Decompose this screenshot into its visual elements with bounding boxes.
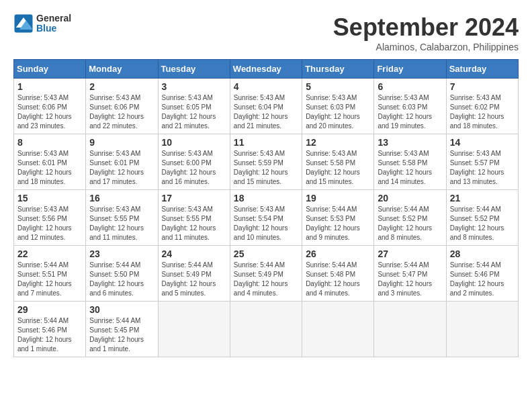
day-info: Sunrise: 5:44 AMSunset: 5:52 PMDaylight:…: [378, 205, 442, 242]
calendar-table: SundayMondayTuesdayWednesdayThursdayFrid…: [13, 59, 519, 357]
day-info: Sunrise: 5:44 AMSunset: 5:49 PMDaylight:…: [162, 261, 226, 298]
calendar-cell: 11Sunrise: 5:43 AMSunset: 5:59 PMDayligh…: [230, 134, 302, 190]
day-number: 17: [162, 193, 226, 203]
calendar-cell: 30Sunrise: 5:44 AMSunset: 5:45 PMDayligh…: [86, 302, 158, 357]
day-number: 12: [306, 137, 370, 148]
day-info: Sunrise: 5:43 AMSunset: 5:55 PMDaylight:…: [89, 205, 154, 242]
day-number: 7: [450, 81, 515, 92]
day-number: 13: [378, 137, 442, 148]
day-number: 24: [162, 248, 226, 259]
day-number: 1: [17, 81, 82, 92]
calendar-cell: 10Sunrise: 5:43 AMSunset: 6:00 PMDayligh…: [158, 134, 230, 190]
day-info: Sunrise: 5:44 AMSunset: 5:53 PMDaylight:…: [306, 205, 370, 242]
logo-general: General: [36, 13, 71, 24]
weekday-header: Monday: [86, 60, 158, 79]
day-info: Sunrise: 5:43 AMSunset: 6:05 PMDaylight:…: [162, 93, 226, 131]
day-info: Sunrise: 5:43 AMSunset: 5:57 PMDaylight:…: [450, 149, 515, 187]
page-header: General Blue September 2024 Alaminos, Ca…: [13, 13, 519, 52]
day-number: 28: [450, 248, 515, 259]
day-number: 25: [234, 248, 298, 259]
day-number: 5: [306, 81, 370, 92]
calendar-cell: 2Sunrise: 5:43 AMSunset: 6:06 PMDaylight…: [86, 79, 158, 134]
day-info: Sunrise: 5:44 AMSunset: 5:51 PMDaylight:…: [17, 261, 82, 298]
calendar-cell: 5Sunrise: 5:43 AMSunset: 6:03 PMDaylight…: [302, 79, 374, 134]
calendar-cell: 15Sunrise: 5:43 AMSunset: 5:56 PMDayligh…: [14, 190, 86, 246]
calendar-week-row: 29Sunrise: 5:44 AMSunset: 5:46 PMDayligh…: [14, 302, 519, 357]
day-info: Sunrise: 5:43 AMSunset: 5:59 PMDaylight:…: [234, 149, 298, 187]
calendar-cell: 14Sunrise: 5:43 AMSunset: 5:57 PMDayligh…: [446, 134, 518, 190]
calendar-cell: 1Sunrise: 5:43 AMSunset: 6:06 PMDaylight…: [14, 79, 86, 134]
day-info: Sunrise: 5:43 AMSunset: 6:00 PMDaylight:…: [162, 149, 226, 187]
day-number: 22: [17, 248, 82, 259]
day-info: Sunrise: 5:43 AMSunset: 6:02 PMDaylight:…: [450, 93, 515, 131]
calendar-cell: 12Sunrise: 5:43 AMSunset: 5:58 PMDayligh…: [302, 134, 374, 190]
day-number: 19: [306, 193, 370, 203]
calendar-cell: 6Sunrise: 5:43 AMSunset: 6:03 PMDaylight…: [374, 79, 446, 134]
day-info: Sunrise: 5:43 AMSunset: 5:54 PMDaylight:…: [234, 205, 298, 242]
day-info: Sunrise: 5:44 AMSunset: 5:46 PMDaylight:…: [450, 261, 515, 298]
logo-blue: Blue: [36, 24, 71, 34]
calendar-cell: 23Sunrise: 5:44 AMSunset: 5:50 PMDayligh…: [86, 246, 158, 302]
day-info: Sunrise: 5:43 AMSunset: 5:58 PMDaylight:…: [378, 149, 442, 187]
day-info: Sunrise: 5:43 AMSunset: 6:04 PMDaylight:…: [234, 93, 298, 131]
day-number: 18: [234, 193, 298, 203]
day-number: 23: [89, 248, 154, 259]
weekday-header-row: SundayMondayTuesdayWednesdayThursdayFrid…: [14, 60, 519, 79]
calendar-cell: 3Sunrise: 5:43 AMSunset: 6:05 PMDaylight…: [158, 79, 230, 134]
day-info: Sunrise: 5:44 AMSunset: 5:50 PMDaylight:…: [89, 261, 154, 298]
logo-text: General Blue: [36, 13, 71, 34]
calendar-cell: 4Sunrise: 5:43 AMSunset: 6:04 PMDaylight…: [230, 79, 302, 134]
day-number: 8: [17, 137, 82, 148]
calendar-cell: 9Sunrise: 5:43 AMSunset: 6:01 PMDaylight…: [86, 134, 158, 190]
weekday-header: Thursday: [302, 60, 374, 79]
calendar-cell: 19Sunrise: 5:44 AMSunset: 5:53 PMDayligh…: [302, 190, 374, 246]
weekday-header: Saturday: [446, 60, 518, 79]
calendar-cell: [374, 302, 446, 357]
day-info: Sunrise: 5:43 AMSunset: 5:55 PMDaylight:…: [162, 205, 226, 242]
day-info: Sunrise: 5:43 AMSunset: 6:06 PMDaylight:…: [17, 93, 82, 131]
calendar-cell: 17Sunrise: 5:43 AMSunset: 5:55 PMDayligh…: [158, 190, 230, 246]
weekday-header: Sunday: [14, 60, 86, 79]
calendar-cell: [230, 302, 302, 357]
calendar-cell: [446, 302, 518, 357]
day-info: Sunrise: 5:43 AMSunset: 6:03 PMDaylight:…: [306, 93, 370, 131]
day-number: 9: [89, 137, 154, 148]
day-number: 2: [89, 81, 154, 92]
calendar-week-row: 22Sunrise: 5:44 AMSunset: 5:51 PMDayligh…: [14, 246, 519, 302]
day-info: Sunrise: 5:43 AMSunset: 5:56 PMDaylight:…: [17, 205, 82, 242]
calendar-cell: [158, 302, 230, 357]
day-number: 27: [378, 248, 442, 259]
day-number: 26: [306, 248, 370, 259]
day-number: 16: [89, 193, 154, 203]
calendar-cell: 29Sunrise: 5:44 AMSunset: 5:46 PMDayligh…: [14, 302, 86, 357]
day-number: 3: [162, 81, 226, 92]
location: Alaminos, Calabarzon, Philippines: [333, 42, 519, 52]
day-number: 11: [234, 137, 298, 148]
title-block: September 2024 Alaminos, Calabarzon, Phi…: [333, 13, 519, 52]
calendar-week-row: 1Sunrise: 5:43 AMSunset: 6:06 PMDaylight…: [14, 79, 519, 134]
calendar-week-row: 8Sunrise: 5:43 AMSunset: 6:01 PMDaylight…: [14, 134, 519, 190]
day-info: Sunrise: 5:44 AMSunset: 5:52 PMDaylight:…: [450, 205, 515, 242]
calendar-cell: 20Sunrise: 5:44 AMSunset: 5:52 PMDayligh…: [374, 190, 446, 246]
day-info: Sunrise: 5:44 AMSunset: 5:46 PMDaylight:…: [17, 316, 82, 354]
day-number: 15: [17, 193, 82, 203]
calendar-cell: 8Sunrise: 5:43 AMSunset: 6:01 PMDaylight…: [14, 134, 86, 190]
day-info: Sunrise: 5:44 AMSunset: 5:47 PMDaylight:…: [378, 261, 442, 298]
weekday-header: Tuesday: [158, 60, 230, 79]
month-title: September 2024: [333, 13, 519, 42]
day-info: Sunrise: 5:44 AMSunset: 5:48 PMDaylight:…: [306, 261, 370, 298]
weekday-header: Wednesday: [230, 60, 302, 79]
calendar-cell: 16Sunrise: 5:43 AMSunset: 5:55 PMDayligh…: [86, 190, 158, 246]
calendar-week-row: 15Sunrise: 5:43 AMSunset: 5:56 PMDayligh…: [14, 190, 519, 246]
day-info: Sunrise: 5:43 AMSunset: 5:58 PMDaylight:…: [306, 149, 370, 187]
calendar-cell: 28Sunrise: 5:44 AMSunset: 5:46 PMDayligh…: [446, 246, 518, 302]
day-number: 14: [450, 137, 515, 148]
calendar-cell: 13Sunrise: 5:43 AMSunset: 5:58 PMDayligh…: [374, 134, 446, 190]
calendar-cell: 7Sunrise: 5:43 AMSunset: 6:02 PMDaylight…: [446, 79, 518, 134]
weekday-header: Friday: [374, 60, 446, 79]
calendar-cell: 27Sunrise: 5:44 AMSunset: 5:47 PMDayligh…: [374, 246, 446, 302]
calendar-cell: 22Sunrise: 5:44 AMSunset: 5:51 PMDayligh…: [14, 246, 86, 302]
calendar-cell: 26Sunrise: 5:44 AMSunset: 5:48 PMDayligh…: [302, 246, 374, 302]
day-info: Sunrise: 5:43 AMSunset: 6:03 PMDaylight:…: [378, 93, 442, 131]
day-number: 10: [162, 137, 226, 148]
